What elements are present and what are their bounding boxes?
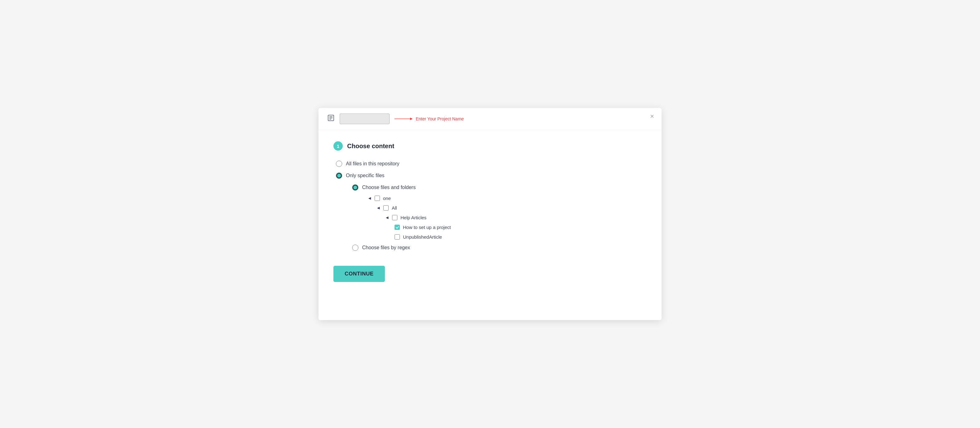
- modal-body: 1 Choose content All files in this repos…: [318, 130, 662, 293]
- tree-item-help-articles: ◀ Help Articles: [386, 215, 647, 220]
- close-button[interactable]: ×: [650, 113, 654, 120]
- choose-files-folders-label: Choose files and folders: [362, 185, 416, 190]
- tree-label-one: one: [383, 196, 391, 201]
- checkbox-file1-checked[interactable]: [395, 224, 400, 230]
- radio-choose-files-input[interactable]: [352, 185, 358, 191]
- radio-all-files[interactable]: All files in this repository: [336, 161, 647, 167]
- tree-toggle-one[interactable]: ◀: [368, 196, 371, 200]
- content-options: All files in this repository Only specif…: [336, 161, 647, 251]
- tree-item-all: ◀ All: [377, 205, 647, 210]
- step-badge: 1: [333, 141, 343, 151]
- section-title: Choose content: [347, 143, 394, 150]
- tree-item-file1: How to set up a project: [395, 224, 647, 230]
- enter-name-hint: Enter Your Project Name: [395, 116, 464, 121]
- radio-specific-files[interactable]: Only specific files: [336, 172, 647, 179]
- radio-choose-files-folders[interactable]: Choose files and folders: [352, 185, 647, 191]
- choose-regex-label: Choose files by regex: [362, 245, 410, 250]
- tree-item-file2: UnpublishedArticle: [395, 234, 647, 240]
- radio-all-files-input[interactable]: [336, 161, 342, 167]
- tree-toggle-all[interactable]: ◀: [377, 206, 380, 210]
- radio-specific-files-input[interactable]: [336, 172, 342, 179]
- tree-label-file1: How to set up a project: [403, 224, 451, 230]
- modal-container: Enter Your Project Name × 1 Choose conte…: [318, 108, 662, 320]
- tree-toggle-help[interactable]: ◀: [386, 216, 388, 220]
- section-header: 1 Choose content: [333, 141, 647, 151]
- radio-choose-regex[interactable]: Choose files by regex: [352, 245, 647, 251]
- tree-item-one: ◀ one: [368, 196, 647, 201]
- checkbox-one[interactable]: [375, 196, 380, 201]
- tree-label-all: All: [392, 205, 397, 210]
- project-icon: [327, 114, 335, 124]
- all-files-label: All files in this repository: [346, 161, 399, 167]
- radio-regex-input[interactable]: [352, 245, 358, 251]
- svg-marker-5: [410, 118, 413, 120]
- project-name-input[interactable]: [340, 113, 390, 124]
- tree-label-help-articles: Help Articles: [401, 215, 426, 220]
- file-tree: ◀ one ◀ All ◀ Help Articles: [368, 196, 647, 240]
- sub-options: Choose files and folders ◀ one ◀ All: [352, 185, 647, 251]
- modal-header: Enter Your Project Name ×: [318, 108, 662, 130]
- checkbox-file2[interactable]: [395, 234, 400, 240]
- checkbox-help-articles[interactable]: [392, 215, 398, 220]
- tree-label-file2: UnpublishedArticle: [403, 234, 442, 240]
- checkbox-all[interactable]: [383, 205, 389, 210]
- continue-button[interactable]: CONTINUE: [333, 266, 385, 282]
- specific-files-label: Only specific files: [346, 173, 385, 178]
